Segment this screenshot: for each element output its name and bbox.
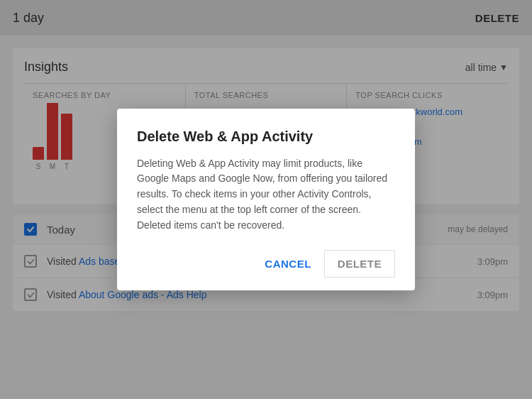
dialog-overlay: Delete Web & App Activity Deleting Web &… <box>0 0 532 399</box>
dialog-body: Deleting Web & App Activity may limit pr… <box>137 156 395 233</box>
dialog-title: Delete Web & App Activity <box>137 129 395 145</box>
delete-dialog: Delete Web & App Activity Deleting Web &… <box>117 109 415 290</box>
dialog-actions: CANCEL DELETE <box>137 250 395 278</box>
cancel-button[interactable]: CANCEL <box>252 250 324 278</box>
delete-button[interactable]: DELETE <box>324 250 395 278</box>
